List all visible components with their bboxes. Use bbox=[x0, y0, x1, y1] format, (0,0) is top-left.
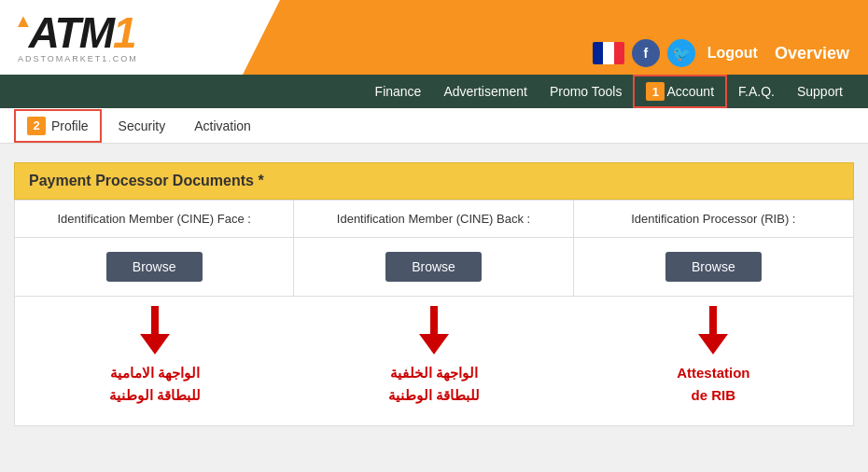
nav-item-finance[interactable]: Finance bbox=[364, 75, 433, 108]
twitter-button[interactable]: 🐦 bbox=[667, 39, 695, 67]
annotation-text-2: الواجهة الخلفية للبطاقة الوطنية bbox=[388, 362, 480, 407]
annotation-row: الواجهة الامامية للبطاقة الوطنية الواجهة… bbox=[15, 297, 853, 425]
doc-header-row: Identification Member (CINE) Face : Iden… bbox=[15, 201, 853, 238]
logo-subtitle: ADSTOMARKET1.COM bbox=[18, 54, 138, 63]
nav-item-faq[interactable]: F.A.Q. bbox=[727, 75, 786, 108]
arrow-3 bbox=[698, 306, 728, 354]
browse-button-2[interactable]: Browse bbox=[385, 252, 482, 282]
sub-nav: 2 Profile Security Activation bbox=[0, 108, 868, 144]
arrow-head-1 bbox=[140, 334, 170, 354]
section-title: Payment Processor Documents * bbox=[14, 162, 854, 200]
nav-step1: 1 bbox=[646, 82, 665, 101]
logo-atm: ▲ATM bbox=[14, 11, 113, 54]
header-top-actions: f 🐦 Logout Overview bbox=[593, 39, 854, 67]
logo-one: 1 bbox=[113, 11, 137, 54]
arrow-head-3 bbox=[698, 334, 728, 354]
header: ▲ATM 1 ADSTOMARKET1.COM f 🐦 Logout Overv… bbox=[0, 0, 868, 75]
arrow-1 bbox=[140, 306, 170, 354]
annotation-cell-1: الواجهة الامامية للبطاقة الوطنية bbox=[15, 297, 294, 425]
arrow-head-2 bbox=[419, 334, 449, 354]
subnav-security[interactable]: Security bbox=[106, 112, 178, 140]
header-right: f 🐦 Logout Overview bbox=[243, 0, 868, 75]
doc-button-cell-1: Browse bbox=[15, 238, 294, 296]
arrow-2 bbox=[419, 306, 449, 354]
nav-item-support[interactable]: Support bbox=[786, 75, 854, 108]
col2-header: Identification Member (CINE) Back : bbox=[294, 201, 573, 237]
documents-table: Identification Member (CINE) Face : Iden… bbox=[14, 200, 854, 426]
subnav-activation[interactable]: Activation bbox=[182, 112, 263, 140]
browse-button-3[interactable]: Browse bbox=[665, 252, 762, 282]
subnav-profile[interactable]: 2 Profile bbox=[14, 109, 102, 143]
col1-header: Identification Member (CINE) Face : bbox=[15, 201, 294, 237]
logo-main-line: ▲ATM 1 bbox=[14, 11, 137, 54]
annotation-text-3: Attestation de RIB bbox=[677, 362, 749, 407]
arrow-shaft-2 bbox=[430, 306, 438, 334]
col3-header: Identification Processor (RIB) : bbox=[574, 201, 853, 237]
flag-fr-icon[interactable] bbox=[593, 42, 624, 64]
logo-area: ▲ATM 1 ADSTOMARKET1.COM bbox=[0, 0, 243, 75]
main-nav: Finance Advertisement Promo Tools 1 Acco… bbox=[0, 75, 868, 108]
arrow-shaft-1 bbox=[151, 306, 159, 334]
doc-button-cell-3: Browse bbox=[574, 238, 853, 296]
doc-button-row: Browse Browse Browse bbox=[15, 238, 853, 297]
nav-item-account[interactable]: 1 Account bbox=[633, 75, 727, 108]
facebook-button[interactable]: f bbox=[632, 39, 660, 67]
doc-button-cell-2: Browse bbox=[294, 238, 573, 296]
logo-wrapper: ▲ATM 1 ADSTOMARKET1.COM bbox=[14, 11, 138, 63]
overview-button[interactable]: Overview bbox=[770, 44, 854, 63]
annotation-cell-3: Attestation de RIB bbox=[574, 297, 853, 425]
twitter-icon: 🐦 bbox=[672, 45, 691, 62]
arrow-shaft-3 bbox=[709, 306, 717, 334]
annotation-text-1: الواجهة الامامية للبطاقة الوطنية bbox=[109, 362, 201, 407]
nav-item-promo-tools[interactable]: Promo Tools bbox=[539, 75, 634, 108]
annotation-cell-2: الواجهة الخلفية للبطاقة الوطنية bbox=[294, 297, 573, 425]
main-content: Payment Processor Documents * Identifica… bbox=[0, 144, 868, 445]
logout-button[interactable]: Logout bbox=[703, 45, 763, 62]
nav-item-advertisement[interactable]: Advertisement bbox=[432, 75, 538, 108]
browse-button-1[interactable]: Browse bbox=[106, 252, 203, 282]
subnav-step2: 2 bbox=[27, 117, 46, 135]
